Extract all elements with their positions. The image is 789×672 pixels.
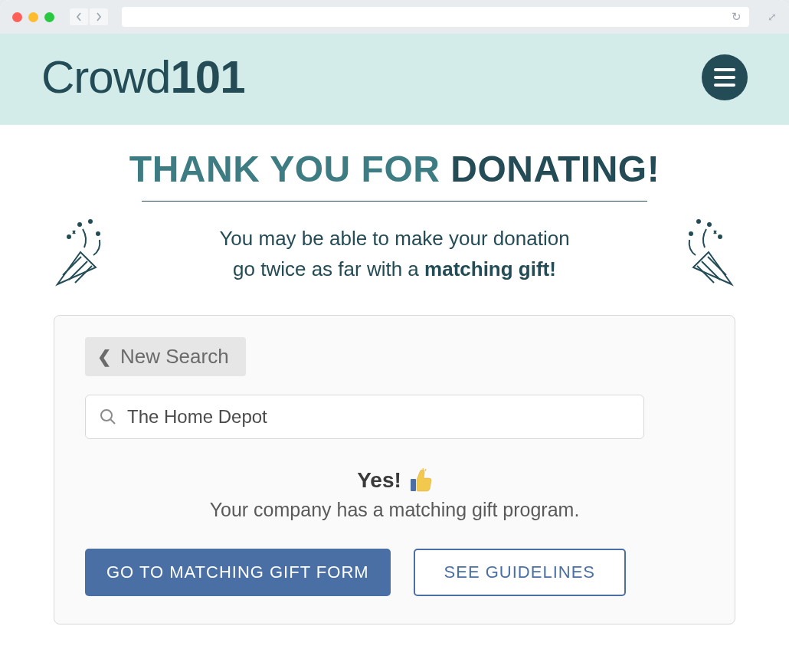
new-search-button[interactable]: ❮ New Search (85, 337, 246, 376)
party-popper-icon (682, 215, 743, 292)
result-yes-text: Yes! (357, 468, 401, 493)
svg-point-14 (101, 410, 112, 421)
party-popper-icon (46, 215, 107, 292)
search-icon (100, 408, 116, 425)
subtitle-text: You may be able to make your donation go… (219, 223, 569, 285)
svg-point-4 (97, 232, 100, 235)
action-buttons: GO TO MATCHING GIFT FORM SEE GUIDELINES (85, 549, 704, 596)
svg-line-15 (111, 420, 116, 425)
svg-point-11 (689, 232, 692, 235)
title-prefix: THANK YOU FOR (129, 149, 450, 189)
company-search-input[interactable] (127, 406, 630, 428)
svg-rect-16 (411, 479, 416, 491)
svg-line-17 (423, 468, 424, 470)
subtitle-row: You may be able to make your donation go… (38, 215, 751, 292)
subtitle-line1: You may be able to make your donation (219, 227, 569, 250)
close-window-button[interactable] (12, 12, 22, 22)
maximize-window-button[interactable] (44, 12, 54, 22)
hamburger-menu-button[interactable] (702, 54, 748, 100)
logo-text-101: 101 (170, 51, 244, 103)
chevron-right-icon (96, 12, 102, 21)
main-content: THANK YOU FOR DONATING! (0, 125, 789, 624)
svg-point-3 (78, 223, 81, 226)
svg-point-5 (67, 235, 70, 238)
result-section: Yes! Your company has a matching gift pr… (85, 468, 704, 521)
page-title: THANK YOU FOR DONATING! (38, 148, 751, 190)
site-logo[interactable]: Crowd101 (41, 51, 245, 103)
nav-buttons (70, 8, 108, 25)
browser-chrome: ↻ ⤢ (0, 0, 789, 34)
logo-text-crowd: Crowd (41, 51, 170, 103)
hamburger-icon (714, 84, 735, 87)
result-description: Your company has a matching gift program… (85, 499, 704, 521)
hamburger-icon (714, 76, 735, 79)
chevron-left-icon: ❮ (97, 347, 111, 367)
divider (142, 201, 647, 202)
search-input-wrapper (85, 395, 644, 439)
new-search-label: New Search (120, 345, 229, 369)
forward-button[interactable] (90, 8, 108, 25)
svg-point-6 (89, 220, 92, 223)
back-button[interactable] (70, 8, 88, 25)
chevron-left-icon (76, 12, 82, 21)
expand-icon[interactable]: ⤢ (768, 11, 777, 23)
go-to-matching-gift-form-button[interactable]: GO TO MATCHING GIFT FORM (85, 549, 391, 596)
svg-line-18 (425, 469, 426, 471)
thumbs-up-icon (409, 468, 432, 493)
svg-line-0 (63, 257, 81, 275)
refresh-icon[interactable]: ↻ (732, 10, 742, 24)
svg-point-10 (708, 223, 711, 226)
svg-line-9 (697, 266, 714, 283)
subtitle-line2-bold: matching gift! (424, 257, 556, 280)
hamburger-icon (714, 68, 735, 71)
svg-point-13 (697, 220, 700, 223)
result-yes-row: Yes! (85, 468, 704, 493)
subtitle-line2-prefix: go twice as far with a (233, 257, 424, 280)
url-bar[interactable]: ↻ (122, 7, 749, 27)
search-panel: ❮ New Search Yes! (54, 315, 735, 624)
svg-line-7 (708, 257, 726, 275)
traffic-lights (12, 12, 54, 22)
site-header: Crowd101 (0, 34, 789, 125)
browser-window: ↻ ⤢ Crowd101 THANK YOU FOR DONATING! (0, 0, 789, 672)
svg-point-12 (719, 235, 722, 238)
see-guidelines-button[interactable]: SEE GUIDELINES (414, 549, 626, 596)
minimize-window-button[interactable] (28, 12, 38, 22)
title-bold: DONATING! (450, 149, 660, 189)
svg-line-2 (75, 266, 92, 283)
